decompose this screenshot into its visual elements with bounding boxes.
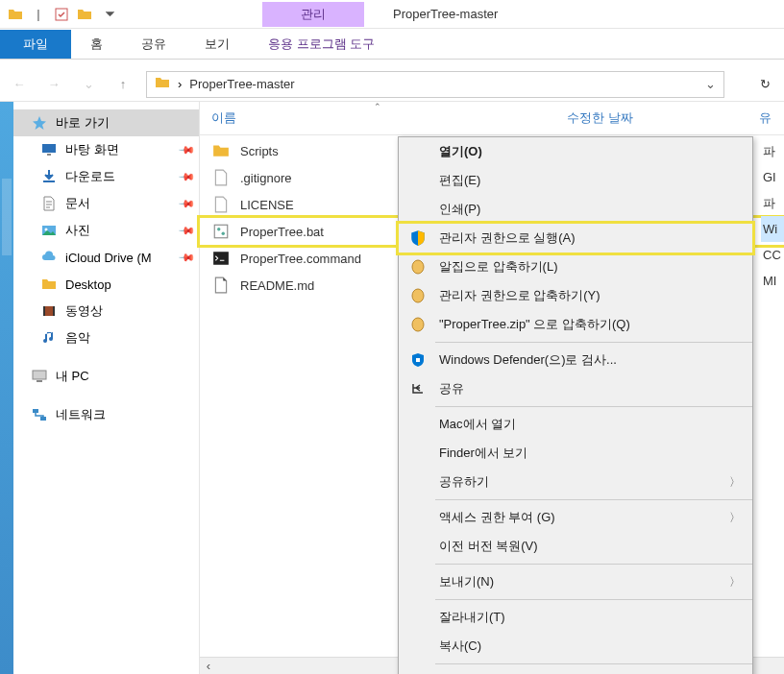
archive-icon bbox=[408, 286, 428, 305]
divider-icon: | bbox=[31, 7, 46, 22]
up-button[interactable]: ↑ bbox=[111, 77, 135, 91]
navigation-pane: 바로 가기 바탕 화면 📌 다운로드 📌 문서 📌 bbox=[13, 102, 200, 674]
history-dropdown[interactable]: ⌄ bbox=[77, 77, 100, 91]
tab-view[interactable]: 보기 bbox=[185, 30, 249, 59]
back-button[interactable]: ← bbox=[8, 77, 31, 91]
tab-home[interactable]: 홈 bbox=[71, 30, 122, 59]
folder-icon bbox=[40, 276, 58, 293]
sidebar-item-documents[interactable]: 문서 📌 bbox=[13, 190, 199, 217]
menu-share2[interactable]: 공유하기 〉 bbox=[399, 468, 752, 496]
menu-finder[interactable]: Finder에서 보기 bbox=[399, 439, 752, 468]
menu-share[interactable]: 공유 bbox=[399, 374, 752, 403]
type-cell: MI bbox=[761, 268, 784, 294]
menu-copy[interactable]: 복사(C) bbox=[399, 632, 752, 661]
ribbon-tabs: 파일 홈 공유 보기 응용 프로그램 도구 bbox=[0, 29, 784, 60]
refresh-button[interactable]: ↻ bbox=[753, 77, 776, 91]
menu-separator bbox=[435, 599, 752, 600]
svg-point-13 bbox=[217, 228, 220, 230]
menu-shortcut[interactable]: 바로 가기 만들기(S) bbox=[399, 667, 752, 674]
tab-share[interactable]: 공유 bbox=[122, 30, 185, 59]
nav-label: 내 PC bbox=[56, 368, 89, 385]
nav-label: 음악 bbox=[65, 329, 90, 347]
blank-icon bbox=[408, 171, 428, 190]
column-name[interactable]: ⌃ 이름 bbox=[200, 102, 555, 134]
sidebar-item-desktop2[interactable]: Desktop bbox=[13, 271, 199, 298]
svg-point-16 bbox=[412, 260, 424, 274]
new-folder-icon[interactable] bbox=[77, 7, 92, 22]
sidebar-item-quick-access[interactable]: 바로 가기 bbox=[13, 109, 199, 136]
menu-alzip-admin[interactable]: 관리자 권한으로 압축하기(Y) bbox=[399, 281, 752, 310]
film-icon bbox=[40, 302, 58, 320]
menu-run-as-admin[interactable]: 관리자 권한으로 실행(A) bbox=[399, 224, 752, 253]
menu-access[interactable]: 액세스 권한 부여 (G) 〉 bbox=[399, 503, 752, 532]
menu-cut[interactable]: 잘라내기(T) bbox=[399, 603, 752, 632]
address-path[interactable]: ProperTree-master bbox=[189, 77, 294, 91]
menu-label: Mac에서 열기 bbox=[439, 416, 741, 433]
nav-label: 바로 가기 bbox=[56, 114, 110, 132]
col-label: 이름 bbox=[211, 110, 236, 125]
monitor-icon bbox=[40, 141, 58, 158]
sidebar-item-downloads[interactable]: 다운로드 📌 bbox=[13, 163, 199, 190]
menu-label: 이전 버전 복원(V) bbox=[439, 538, 741, 555]
column-type[interactable]: 유 bbox=[747, 102, 784, 134]
tab-app-tools[interactable]: 응용 프로그램 도구 bbox=[249, 30, 394, 59]
sidebar-item-pictures[interactable]: 사진 📌 bbox=[13, 217, 199, 244]
svg-rect-11 bbox=[40, 417, 46, 421]
submenu-arrow-icon: 〉 bbox=[729, 474, 741, 491]
scroll-left-button[interactable]: ‹ bbox=[200, 659, 217, 673]
terminal-icon bbox=[211, 249, 231, 268]
svg-rect-2 bbox=[47, 154, 51, 156]
pin-icon: 📌 bbox=[177, 167, 195, 185]
address-dropdown[interactable]: ⌄ bbox=[705, 77, 716, 91]
share-icon bbox=[408, 379, 428, 398]
menu-label: 보내기(N) bbox=[439, 573, 718, 590]
window-title: ProperTree-master bbox=[364, 7, 527, 21]
menu-defender[interactable]: Windows Defender(으)로 검사... bbox=[399, 346, 752, 374]
menu-print[interactable]: 인쇄(P) bbox=[399, 195, 752, 224]
titlebar: | ⏷ 관리 ProperTree-master bbox=[0, 0, 784, 29]
sort-asc-icon: ⌃ bbox=[374, 102, 381, 111]
column-date[interactable]: 수정한 날짜 bbox=[555, 102, 747, 134]
menu-label: 인쇄(P) bbox=[439, 201, 741, 218]
network-icon bbox=[31, 406, 48, 423]
nav-label: 바탕 화면 bbox=[65, 141, 119, 158]
sidebar-item-network[interactable]: 네트워크 bbox=[13, 401, 199, 428]
menu-edit[interactable]: 편집(E) bbox=[399, 166, 752, 195]
menu-alzip-zip[interactable]: "ProperTree.zip" 으로 압축하기(Q) bbox=[399, 310, 752, 339]
type-cell: 파 bbox=[761, 190, 784, 216]
sidebar-item-music[interactable]: 음악 bbox=[13, 325, 199, 351]
address-input[interactable]: › ProperTree-master ⌄ bbox=[146, 71, 724, 98]
tab-file[interactable]: 파일 bbox=[0, 30, 71, 59]
properties-icon[interactable] bbox=[54, 7, 69, 22]
manage-contextual-tab[interactable]: 관리 bbox=[262, 2, 364, 27]
nav-label: 네트워크 bbox=[56, 406, 106, 423]
folder-icon[interactable] bbox=[8, 7, 23, 22]
menu-label: 관리자 권한으로 실행(A) bbox=[439, 229, 741, 247]
sidebar-item-videos[interactable]: 동영상 bbox=[13, 298, 199, 325]
menu-label: 열기(O) bbox=[439, 143, 741, 160]
file-name: README.md bbox=[240, 278, 314, 293]
sidebar-item-icloud[interactable]: iCloud Drive (M 📌 bbox=[13, 244, 199, 271]
music-icon bbox=[40, 329, 58, 347]
pc-icon bbox=[31, 368, 48, 385]
menu-sendto[interactable]: 보내기(N) 〉 bbox=[399, 567, 752, 596]
download-icon bbox=[40, 168, 58, 185]
context-menu: 열기(O) 편집(E) 인쇄(P) 관리자 권한으로 실행(A) 알집으로 압축… bbox=[398, 136, 753, 674]
svg-rect-10 bbox=[33, 409, 38, 413]
type-column-truncated: 파 GI 파 Wi CC MI bbox=[761, 138, 784, 294]
sidebar-item-desktop[interactable]: 바탕 화면 📌 bbox=[13, 136, 199, 163]
forward-button[interactable]: → bbox=[42, 77, 65, 91]
blank-icon bbox=[408, 200, 428, 219]
qat-dropdown[interactable]: ⏷ bbox=[100, 7, 120, 21]
menu-mac-open[interactable]: Mac에서 열기 bbox=[399, 410, 752, 439]
nav-label: Desktop bbox=[65, 277, 111, 292]
menu-label: 잘라내기(T) bbox=[439, 609, 741, 626]
svg-rect-6 bbox=[43, 306, 45, 316]
folder-icon bbox=[155, 75, 170, 93]
svg-rect-7 bbox=[53, 306, 55, 316]
menu-restore[interactable]: 이전 버전 복원(V) bbox=[399, 532, 752, 561]
sidebar-item-this-pc[interactable]: 내 PC bbox=[13, 363, 199, 390]
menu-open[interactable]: 열기(O) bbox=[399, 137, 752, 166]
star-icon bbox=[31, 114, 48, 132]
menu-alzip[interactable]: 알집으로 압축하기(L) bbox=[399, 253, 752, 281]
